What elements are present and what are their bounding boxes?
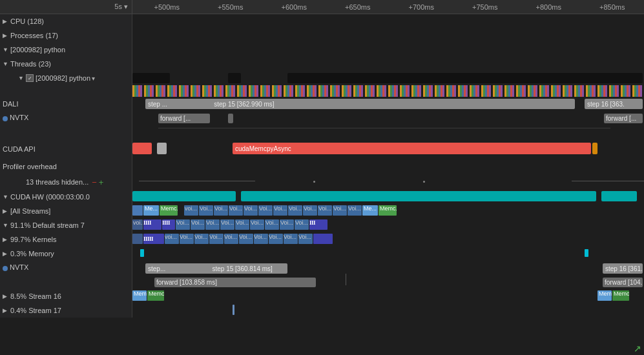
label-threads: Threads (23) bbox=[10, 60, 51, 68]
remove-thread-btn[interactable]: − bbox=[92, 178, 97, 187]
arrow-all-streams[interactable]: ▶ bbox=[3, 208, 10, 214]
row-python-thread: ▼ ✓ [2000982] python ▾ bbox=[0, 71, 644, 85]
row-kernels: ▶ 99.7% Kernels 𝐈𝐈𝐈𝐈𝐈 voi... Voi... Voi.… bbox=[0, 232, 644, 247]
row-processes: ▶ Processes (17) bbox=[0, 28, 644, 43]
label-dali: DALI bbox=[3, 100, 18, 108]
row-profiler: Profiler overhead bbox=[0, 159, 644, 174]
track-cuda-hw bbox=[132, 190, 644, 204]
tick-700: +700ms bbox=[390, 3, 453, 11]
sidebar-kernels[interactable]: ▶ 99.7% Kernels bbox=[0, 232, 132, 247]
arrow-cuda-hw[interactable]: ▼ bbox=[3, 194, 10, 200]
arrow-default-stream[interactable]: ▼ bbox=[3, 222, 10, 228]
track-nvtx-top: forward [... forward [... bbox=[132, 111, 644, 139]
arrow-stream16[interactable]: ▶ bbox=[3, 293, 10, 299]
tick-850: +850ms bbox=[581, 3, 645, 11]
row-default-stream: ▼ 91.1% Default stream 7 voi... 𝐈𝐈𝐈𝐈 𝐈𝐈𝐈… bbox=[0, 218, 644, 232]
sidebar-default-stream[interactable]: ▼ 91.1% Default stream 7 bbox=[0, 218, 132, 232]
track-python-thread-black bbox=[132, 71, 644, 85]
track-threads bbox=[132, 57, 644, 71]
label-nvtx-bottom: NVTX bbox=[10, 263, 28, 271]
row-cuda-hw: ▼ CUDA HW (0000:03:00.0 bbox=[0, 190, 644, 204]
ruler-label[interactable]: 5s ▾ bbox=[0, 0, 132, 14]
track-default-stream: voi... 𝐈𝐈𝐈𝐈 𝐈𝐈𝐈𝐈 Voi... Voi... Voi... Vo… bbox=[132, 218, 644, 232]
track-processes bbox=[132, 28, 644, 43]
label-kernels: 99.7% Kernels bbox=[10, 236, 57, 243]
track-all-streams: Me... Memc... voi... Voi... Voi... Voi..… bbox=[132, 204, 644, 218]
nvtx-bottom-color-dot bbox=[3, 266, 8, 271]
track-threads-hidden bbox=[132, 174, 644, 190]
row-colorful-dots bbox=[0, 85, 644, 97]
arrow-processes[interactable]: ▶ bbox=[3, 32, 10, 39]
row-threads-hidden: 13 threads hidden... − + bbox=[0, 174, 644, 190]
sidebar-memory[interactable]: ▶ 0.3% Memory bbox=[0, 247, 132, 261]
arrow-memory[interactable]: ▶ bbox=[3, 250, 10, 257]
tick-650: +650ms bbox=[326, 3, 390, 11]
label-cuda-hw: CUDA HW (0000:03:00.0 bbox=[10, 193, 90, 201]
arrow-stream17[interactable]: ▶ bbox=[3, 307, 10, 314]
sidebar-cpu[interactable]: ▶ CPU (128) bbox=[0, 14, 132, 28]
sidebar-stream16[interactable]: ▶ 8.5% Stream 16 bbox=[0, 289, 132, 303]
label-python-thread: [2000982] python bbox=[36, 74, 90, 82]
arrow-kernels[interactable]: ▶ bbox=[3, 236, 10, 243]
label-python-process: [2000982] python bbox=[10, 46, 65, 54]
nvtx-color-dot bbox=[3, 116, 8, 121]
label-stream17: 0.4% Stream 17 bbox=[10, 307, 61, 314]
tick-750: +750ms bbox=[453, 3, 517, 11]
track-memory bbox=[132, 247, 644, 261]
track-cpu bbox=[132, 14, 644, 28]
ruler: 5s ▾ +500ms +550ms +600ms +650ms +700ms … bbox=[0, 0, 644, 14]
sidebar-processes[interactable]: ▶ Processes (17) bbox=[0, 28, 132, 43]
row-stream17: ▶ 0.4% Stream 17 bbox=[0, 303, 644, 318]
row-cuda-api: CUDA API cudaMemcpyAsync bbox=[0, 139, 644, 159]
arrow-threads[interactable]: ▼ bbox=[3, 61, 10, 67]
track-stream17 bbox=[132, 303, 644, 318]
row-memory: ▶ 0.3% Memory bbox=[0, 247, 644, 261]
label-all-streams: [All Streams] bbox=[10, 207, 50, 215]
row-cpu: ▶ CPU (128) bbox=[0, 14, 644, 28]
sidebar-nvtx-bottom[interactable]: NVTX ↗ bbox=[0, 261, 132, 289]
track-python-process bbox=[132, 43, 644, 57]
sidebar-cuda-api[interactable]: CUDA API bbox=[0, 139, 132, 159]
sidebar-python-thread[interactable]: ▼ ✓ [2000982] python ▾ bbox=[0, 71, 132, 85]
label-memory: 0.3% Memory bbox=[10, 250, 54, 258]
arrow-python-thread[interactable]: ▼ bbox=[18, 75, 26, 81]
thread-dropdown[interactable]: ▾ bbox=[92, 75, 95, 82]
ruler-ticks: +500ms +550ms +600ms +650ms +700ms +750m… bbox=[132, 0, 644, 14]
sidebar-cuda-hw[interactable]: ▼ CUDA HW (0000:03:00.0 bbox=[0, 190, 132, 204]
row-threads: ▼ Threads (23) bbox=[0, 57, 644, 71]
row-nvtx-bottom: NVTX ↗ step... step 15 [360.814 ms] step… bbox=[0, 261, 644, 289]
sidebar-nvtx-top[interactable]: NVTX ↗ bbox=[0, 111, 132, 139]
add-thread-btn[interactable]: + bbox=[99, 178, 104, 187]
label-default-stream: 91.1% Default stream 7 bbox=[10, 221, 85, 229]
row-nvtx-top: NVTX ↗ forward [... forward [... bbox=[0, 111, 644, 139]
label-threads-hidden: 13 threads hidden... bbox=[26, 178, 88, 186]
track-nvtx-bottom: step... step 15 [360.814 ms] step 16 [36… bbox=[132, 261, 644, 289]
track-cuda-api: cudaMemcpyAsync bbox=[132, 139, 644, 159]
label-processes: Processes (17) bbox=[10, 32, 58, 39]
arrow-python-process[interactable]: ▼ bbox=[3, 46, 10, 53]
sidebar-all-streams[interactable]: ▶ [All Streams] bbox=[0, 204, 132, 218]
thread-checkbox[interactable]: ✓ bbox=[26, 74, 34, 82]
sidebar-stream17[interactable]: ▶ 0.4% Stream 17 bbox=[0, 303, 132, 318]
label-nvtx-top: NVTX bbox=[10, 114, 28, 121]
tick-600: +600ms bbox=[262, 3, 326, 11]
row-stream16: ▶ 8.5% Stream 16 Mem... Memc... Mem... M… bbox=[0, 289, 644, 303]
row-dali: DALI step ... step 15 [362.990 ms] step … bbox=[0, 97, 644, 111]
track-kernels: 𝐈𝐈𝐈𝐈𝐈 voi... Voi... Voi... Voi... Voi...… bbox=[132, 232, 644, 247]
sidebar-profiler[interactable]: Profiler overhead bbox=[0, 159, 132, 174]
tick-550: +550ms bbox=[199, 3, 263, 11]
tick-500: +500ms bbox=[135, 3, 199, 11]
arrow-cpu[interactable]: ▶ bbox=[3, 18, 10, 25]
track-stream16: Mem... Memc... Mem... Memc... bbox=[132, 289, 644, 303]
sidebar-threads[interactable]: ▼ Threads (23) bbox=[0, 57, 132, 71]
label-stream16: 8.5% Stream 16 bbox=[10, 292, 61, 300]
sidebar-threads-hidden: 13 threads hidden... − + bbox=[0, 174, 132, 190]
timeline-container: 5s ▾ +500ms +550ms +600ms +650ms +700ms … bbox=[0, 0, 644, 355]
track-dali: step ... step 15 [362.990 ms] step 16 [3… bbox=[132, 97, 644, 111]
tick-800: +800ms bbox=[517, 3, 581, 11]
sidebar-python-process[interactable]: ▼ [2000982] python bbox=[0, 43, 132, 57]
sidebar-dali[interactable]: DALI bbox=[0, 97, 132, 111]
main-content: ▶ CPU (128) ▶ Processes (17) ▼ [2000982]… bbox=[0, 14, 644, 355]
label-cuda-api: CUDA API bbox=[3, 145, 36, 153]
row-python-process: ▼ [2000982] python bbox=[0, 43, 644, 57]
